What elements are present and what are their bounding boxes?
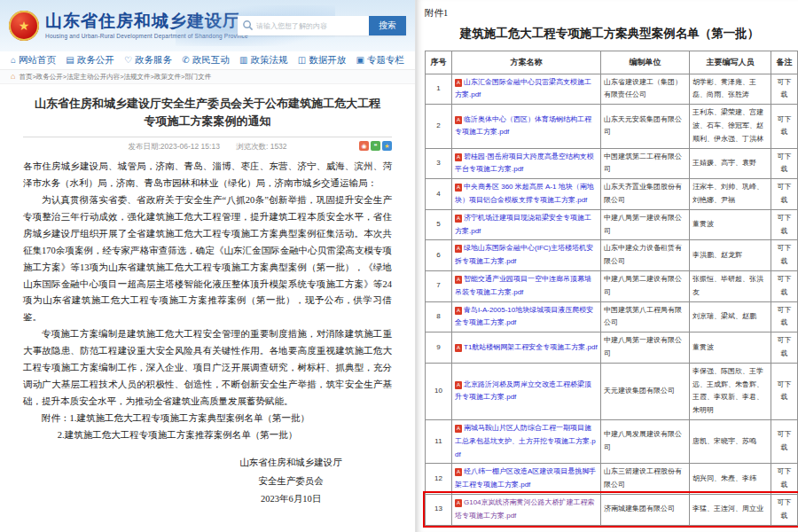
nav-item-label: 数据开放	[309, 54, 346, 66]
compiling-org-cell: 山东天元安装集团有限公司	[601, 105, 690, 148]
nav-item-services[interactable]: ♡政务服务	[124, 54, 172, 66]
authors-cell: 董贯波	[690, 209, 771, 240]
plan-name-cell: A青岛I-A-2005-10地块绿城项目液压爬模安全专项施工方案.pdf	[452, 301, 601, 332]
site-header: ★ 山东省住房和城乡建设厅 Housing and Urban-Rural De…	[0, 0, 415, 51]
favorite-share-icon[interactable]: ★	[382, 141, 392, 151]
table-row: 7A智能交通产业园项目一空中连廊吊顶幕墙吊装专项施工方案.pdf中建八局第二建设…	[426, 271, 798, 302]
table-row: 8A青岛I-A-2005-10地块绿城项目液压爬模安全专项施工方案.pdf中国建…	[426, 301, 798, 332]
publish-date: 2023-06-12 15:13	[160, 142, 220, 151]
plan-name-cell: A南城马鞍山片区人防综合工程一期项目施工总承包基坑支护、土方开挖专项施工方案.p…	[452, 419, 601, 463]
compiling-org-cell: 中建八局第一建设有限公司	[601, 209, 690, 240]
row-number-cell: 7	[426, 271, 452, 302]
screenshot-root: ★ 山东省住房和城乡建设厅 Housing and Urban-Rural De…	[0, 0, 798, 532]
download-note-cell: 可下载	[771, 332, 798, 364]
pdf-file-icon: A	[455, 153, 462, 161]
download-note-cell: 可下载	[771, 301, 798, 332]
row-number-cell: 5	[426, 209, 452, 240]
download-note-cell: 可下载	[771, 179, 798, 210]
pdf-file-icon: A	[455, 499, 462, 507]
site-search: 搜索	[238, 16, 406, 35]
plan-pdf-link[interactable]: 临沂奥体中心（西区）体育场钢结构工程专项施工方案.pdf	[455, 115, 591, 137]
article-paragraph: 各市住房城乡建设局、城管局，济南、青岛、淄博、枣庄、东营、济宁、威海、滨州、菏泽…	[23, 159, 392, 192]
article-body: 各市住房城乡建设局、城管局，济南、青岛、淄博、枣庄、东营、济宁、威海、滨州、菏泽…	[23, 159, 392, 443]
plan-pdf-link[interactable]: 济宁机场迁建项目现浇箱梁安全专项施工方案.pdf	[455, 214, 591, 235]
nav-item-special-columns[interactable]: ▣专题专栏	[356, 54, 404, 66]
row-number-cell: 3	[426, 148, 452, 179]
plan-name-cell: A经八纬一棚户区改造A区建设项目悬挑脚手架工程专项施工方案.pdf	[452, 464, 601, 495]
table-row: 12A经八纬一棚户区改造A区建设项目悬挑脚手架工程专项施工方案.pdf山东三箭建…	[426, 464, 798, 495]
weibo-share-icon[interactable]: ◉	[359, 141, 369, 151]
wechat-share-icon[interactable]: ❝	[371, 141, 380, 151]
authors-cell: 董贯波	[690, 332, 771, 364]
table-row: 10A北京路沂河桥及两岸立交改造工程桥梁顶升专项施工方案.pdf天元建设集团有限…	[426, 363, 798, 419]
nav-item-policy[interactable]: ▥政策法规	[239, 54, 287, 66]
home-icon: ⌂	[11, 56, 16, 65]
search-button[interactable]: 搜索	[369, 16, 406, 35]
plan-pdf-link[interactable]: T1航站楼钢网架工程安全专项施工方案.pdf	[464, 343, 598, 351]
pdf-file-icon: A	[455, 381, 462, 389]
nav-item-interaction[interactable]: ✆政民互动	[182, 54, 229, 66]
signature-org-line1: 山东省住房和城乡建设厅	[229, 454, 353, 472]
attachment-document-panel: 附件1 建筑施工危大工程专项施工方案典型案例名单（第一批） 序号 方案名称 编制…	[415, 0, 798, 532]
plan-name-cell: A碧桂园·国岳府项目大跨度高悬空结构支模平台专项施工方案.pdf	[452, 148, 601, 179]
pdf-file-icon: A	[455, 344, 462, 352]
plan-name-cell: AG104京岚线济南黄河公路大桥扩建工程索塔专项施工方案.pdf	[452, 494, 601, 525]
compiling-org-cell: 中建八局第二建设有限公司	[601, 271, 690, 302]
table-row-highlighted: 13AG104京岚线济南黄河公路大桥扩建工程索塔专项施工方案.pdf济南城建集团…	[426, 494, 798, 525]
pdf-file-icon: A	[455, 116, 462, 124]
authors-cell: 胡兴同、朱焘、李纬	[690, 464, 771, 495]
plan-pdf-link[interactable]: 碧桂园·国岳府项目大跨度高悬空结构支模平台专项施工方案.pdf	[455, 153, 594, 174]
row-number-cell: 1	[426, 74, 452, 105]
attachment-label: 附件1	[425, 7, 794, 20]
compiling-org-cell: 济南城建集团有限公司	[601, 494, 690, 525]
plan-name-cell: A智能交通产业园项目一空中连廊吊顶幕墙吊装专项施工方案.pdf	[452, 271, 601, 302]
authors-cell: 王婧媛、高宇、袁野	[690, 148, 771, 179]
signature-date: 2023年6月10日	[229, 490, 353, 508]
nav-item-open-data[interactable]: ◫数据开放	[298, 54, 346, 66]
download-note-cell: 可下载	[771, 74, 798, 105]
plan-pdf-link[interactable]: 经八纬一棚户区改造A区建设项目悬挑脚手架工程专项施工方案.pdf	[455, 467, 596, 489]
nav-item-label: 政民互动	[192, 54, 230, 66]
table-row: 1A山东汇金国际金融中心贝雷梁高支模施工方案.pdf山东省建设建工（集团）有限责…	[426, 74, 798, 105]
column-header-no: 序号	[426, 51, 452, 74]
compiling-org-cell: 山东天齐置业集团股份有限公司	[601, 179, 690, 210]
plan-pdf-link[interactable]: 南城马鞍山片区人防综合工程一期项目施工总承包基坑支护、土方开挖专项施工方案.pd…	[455, 424, 596, 458]
site-nav: ⌂网站首页 ▤政务公开 ♡政务服务 ✆政民互动 ▥政策法规 ◫数据开放 ▣专题专…	[0, 51, 415, 70]
nav-item-home[interactable]: ⌂网站首页	[11, 54, 56, 66]
download-note-cell: 可下载	[771, 209, 798, 240]
plan-pdf-link[interactable]: G104京岚线济南黄河公路大桥扩建工程索塔专项施工方案.pdf	[455, 498, 595, 520]
pdf-file-icon: A	[455, 307, 462, 315]
plan-pdf-link[interactable]: 山东汇金国际金融中心贝雷梁高支模施工方案.pdf	[455, 78, 591, 99]
plan-pdf-link[interactable]: 智能交通产业园项目一空中连廊吊顶幕墙吊装专项施工方案.pdf	[455, 275, 591, 296]
site-name: 山东省住房和城乡建设厅	[45, 12, 248, 31]
authors-cell: 张振恒、毕研超、张洪友	[690, 271, 771, 302]
national-emblem-logo: ★	[9, 11, 39, 41]
row-number-cell: 9	[426, 332, 452, 364]
table-row: 6A绿地山东国际金融中心(IFC)主塔楼塔机安拆专项施工方案.pdf山东中建众力…	[426, 240, 798, 271]
plan-name-cell: A北京路沂河桥及两岸立交改造工程桥梁顶升专项施工方案.pdf	[452, 363, 601, 419]
plan-pdf-link[interactable]: 绿地山东国际金融中心(IFC)主塔楼塔机安拆专项施工方案.pdf	[455, 244, 593, 265]
table-row: 2A临沂奥体中心（西区）体育场钢结构工程专项施工方案.pdf山东天元安装集团有限…	[426, 105, 798, 148]
authors-cell: 唐凯、宋晓宇、苏鸣	[690, 419, 771, 463]
pdf-file-icon: A	[455, 79, 462, 87]
table-row: 3A碧桂园·国岳府项目大跨度高悬空结构支模平台专项施工方案.pdf中国建筑第二工…	[426, 148, 798, 179]
article-signature: 山东省住房和城乡建设厅 安全生产委员会 2023年6月10日	[229, 454, 353, 508]
row-number-cell: 11	[426, 419, 452, 463]
search-icon	[242, 20, 254, 31]
compiling-org-cell: 山东三箭建设工程股份有限公司	[601, 464, 690, 495]
plan-pdf-link[interactable]: 中央商务区 360 米超高层 A-1 地块（南地块）项目铝合金模板支撑专项施工方…	[455, 183, 594, 204]
share-icons: ◉ ❝ ★	[359, 141, 392, 151]
authors-cell: 胡学彬、黄泽雍、王磊、尚雨、张胜涛	[690, 74, 771, 105]
open-data-icon: ◫	[298, 56, 306, 65]
download-note-cell: 可下载	[771, 494, 798, 525]
search-input[interactable]	[238, 16, 369, 35]
download-note-cell: 可下载	[771, 464, 798, 495]
compiling-org-cell: 中建八局发展建设有限公司	[601, 419, 690, 463]
pdf-file-icon: A	[455, 245, 462, 253]
plan-pdf-link[interactable]: 北京路沂河桥及两岸立交改造工程桥梁顶升专项施工方案.pdf	[455, 380, 591, 402]
breadcrumb[interactable]: ⌂ 首页>政务公开>法定主动公开内容>法规文件>政策文件>部门文件	[0, 70, 415, 84]
plan-pdf-link[interactable]: 青岛I-A-2005-10地块绿城项目液压爬模安全专项施工方案.pdf	[455, 306, 593, 327]
gov-services-icon: ♡	[124, 56, 132, 65]
nav-item-disclosure[interactable]: ▤政务公开	[66, 54, 113, 66]
plan-name-cell: A绿地山东国际金融中心(IFC)主塔楼塔机安拆专项施工方案.pdf	[452, 240, 601, 271]
